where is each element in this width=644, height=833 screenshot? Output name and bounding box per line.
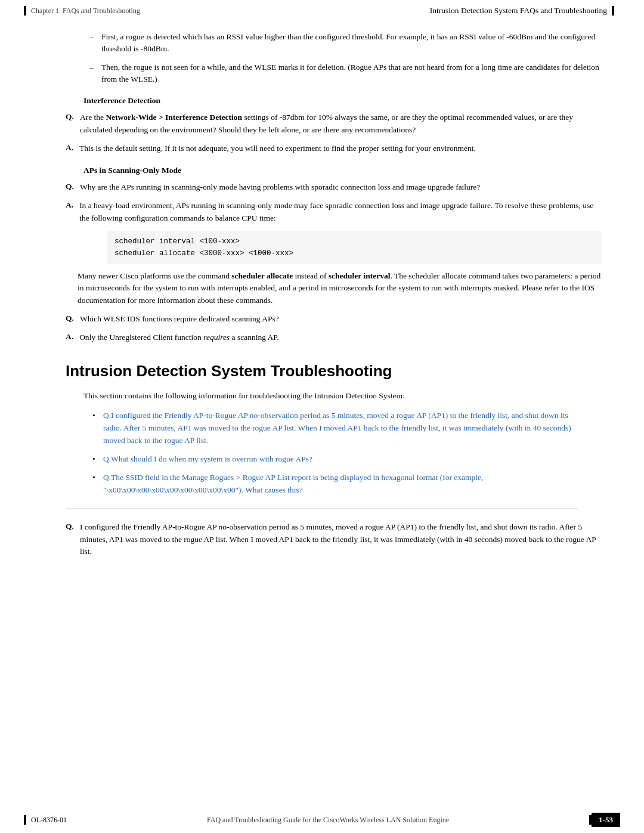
qa-block-a1: A. This is the default setting. If it is… — [42, 143, 602, 155]
qa-block-scanning-a2: A. Only the Unregistered Client function… — [42, 332, 602, 344]
q-label-1: Q. — [42, 112, 80, 122]
horizontal-rule — [66, 509, 578, 509]
header-right-bar — [612, 6, 614, 16]
header-right-title: Intrusion Detection System FAQs and Trou… — [430, 6, 607, 16]
a-label-scanning-2: A. — [42, 332, 79, 342]
list-item-1: Q.I configured the Friendly AP-to-Rogue … — [92, 410, 572, 447]
section-heading-interference: Interference Detection — [83, 96, 602, 106]
header-chapter-label: Chapter 1 — [31, 7, 59, 16]
a-label-1: A. — [42, 143, 79, 153]
footer-page-number: 1-53 — [592, 813, 620, 827]
q-text-final: I configured the Friendly AP-to-Rogue AP… — [80, 521, 602, 559]
page-footer: OL-8376-01 FAQ and Troubleshooting Guide… — [0, 808, 644, 833]
list-item: Then, the rogue is not seen for a while,… — [89, 61, 602, 86]
qa-block-1: Q. Are the Network-Wide > Interference D… — [42, 112, 602, 137]
header-left: Chapter 1 FAQs and Troubleshooting — [24, 6, 140, 16]
link-3[interactable]: Q.The SSID field in the Manage Rogues > … — [103, 473, 483, 494]
a-text-scanning-1: In a heavy-load environment, APs running… — [79, 200, 602, 225]
code-block: scheduler interval <100-xxx> scheduler a… — [107, 231, 602, 264]
italic-requires: requires — [203, 333, 230, 342]
qa-block-final: Q. I configured the Friendly AP-to-Rogue… — [42, 521, 602, 559]
list-item-3: Q.The SSID field in the Manage Rogues > … — [92, 472, 572, 497]
page-header: Chapter 1 FAQs and Troubleshooting Intru… — [0, 0, 644, 19]
scheduler-para-text: Many newer Cisco platforms use the comma… — [78, 270, 602, 308]
qa-block-scanning-q2: Q. Which WLSE IDS functions require dedi… — [42, 313, 602, 326]
a-label-scanning-1: A. — [42, 200, 79, 210]
bold-text-1: Network-Wide > Interference Detection — [106, 113, 242, 122]
code-line-1: scheduler interval <100-xxx> — [114, 236, 595, 247]
qa-block-scanning-q1: Q. Why are the APs running in scanning-o… — [42, 181, 602, 194]
footer-right: 1-53 — [589, 813, 620, 827]
q-text-1: Are the Network-Wide > Interference Dete… — [80, 112, 602, 137]
intro-para: This section contains the following info… — [83, 390, 572, 402]
header-chapter-title: FAQs and Troubleshooting — [63, 7, 140, 16]
page: Chapter 1 FAQs and Troubleshooting Intru… — [0, 0, 644, 833]
dash-list: First, a rogue is detected which has an … — [89, 31, 602, 85]
q-text-scanning-2: Which WLSE IDS functions require dedicat… — [80, 313, 602, 326]
footer-left-text: OL-8376-01 — [31, 816, 67, 825]
main-content: First, a rogue is detected which has an … — [0, 19, 644, 576]
footer-left: OL-8376-01 — [24, 815, 67, 825]
bold-scheduler-interval: scheduler interval — [329, 271, 391, 280]
q-label-scanning-2: Q. — [42, 313, 80, 323]
section-heading-scanning: APs in Scanning-Only Mode — [83, 166, 602, 175]
a-text-scanning-2: Only the Unregistered Client function re… — [79, 332, 602, 344]
scheduler-para-spacer — [42, 270, 78, 271]
qa-block-scanning-a1: A. In a heavy-load environment, APs runn… — [42, 200, 602, 225]
link-2[interactable]: Q.What should I do when my system is ove… — [103, 454, 312, 463]
list-item-2: Q.What should I do when my system is ove… — [92, 453, 572, 466]
bullet-list: Q.I configured the Friendly AP-to-Rogue … — [92, 410, 572, 497]
scheduler-para-block: Many newer Cisco platforms use the comma… — [42, 270, 602, 308]
footer-left-bar — [24, 815, 26, 825]
bold-scheduler-allocate: scheduler allocate — [231, 271, 293, 280]
header-right: Intrusion Detection System FAQs and Trou… — [430, 6, 614, 16]
header-left-bar — [24, 6, 26, 16]
a-text-1: This is the default setting. If it is no… — [79, 143, 602, 155]
code-line-2: scheduler allocate <3000-xxx> <1000-xxx> — [114, 247, 595, 259]
q-label-scanning-1: Q. — [42, 181, 80, 191]
q-label-final: Q. — [42, 521, 80, 531]
q-text-scanning-1: Why are the APs running in scanning-only… — [80, 181, 602, 194]
major-section-title: Intrusion Detection System Troubleshooti… — [66, 362, 602, 380]
footer-center: FAQ and Troubleshooting Guide for the Ci… — [67, 816, 589, 825]
list-item: First, a rogue is detected which has an … — [89, 31, 602, 55]
link-1[interactable]: Q.I configured the Friendly AP-to-Rogue … — [103, 411, 571, 445]
